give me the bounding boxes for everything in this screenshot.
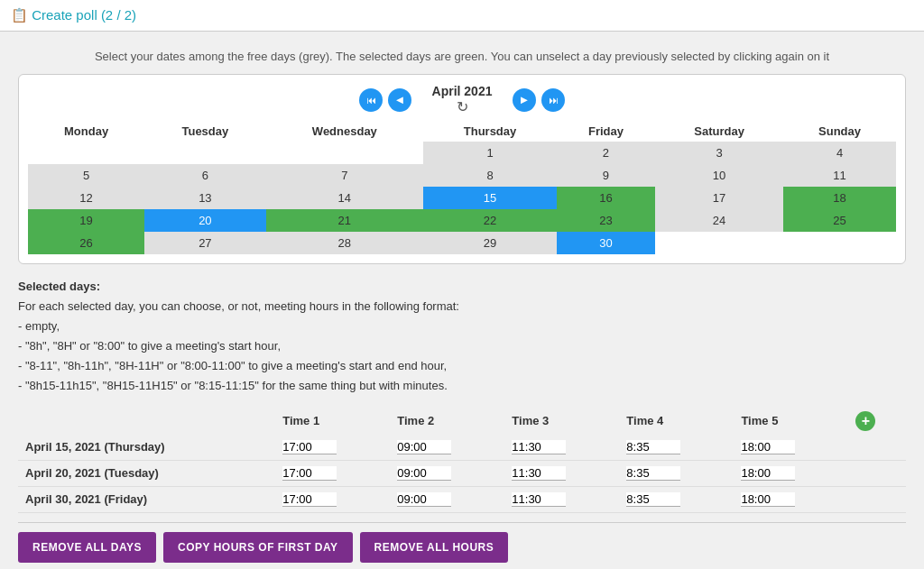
times-row: April 20, 2021 (Tuesday) bbox=[18, 460, 906, 486]
time-input-4[interactable] bbox=[619, 435, 734, 461]
calendar-day[interactable]: 5 bbox=[28, 164, 144, 187]
calendar-day[interactable]: 30 bbox=[557, 232, 655, 254]
calendar-header-friday: Friday bbox=[557, 121, 655, 142]
calendar-day[interactable]: 10 bbox=[655, 164, 783, 187]
calendar-day[interactable]: 12 bbox=[28, 187, 144, 209]
calendar-header-sunday: Sunday bbox=[783, 121, 896, 142]
calendar-day[interactable]: 25 bbox=[783, 209, 896, 232]
calendar-day[interactable]: 2 bbox=[557, 142, 655, 164]
time-input-3[interactable] bbox=[504, 435, 619, 461]
time-input-2[interactable] bbox=[390, 486, 504, 512]
time-field[interactable] bbox=[512, 440, 566, 454]
time-input-5[interactable] bbox=[734, 460, 848, 486]
time-field[interactable] bbox=[512, 492, 566, 507]
calendar-day[interactable]: 18 bbox=[783, 187, 896, 209]
time-field[interactable] bbox=[397, 492, 451, 507]
calendar-header-thursday: Thursday bbox=[423, 121, 557, 142]
calendar-day[interactable]: 7 bbox=[266, 164, 424, 187]
times-header-0 bbox=[18, 408, 275, 435]
calendar-day[interactable]: 15 bbox=[423, 187, 557, 209]
time-field[interactable] bbox=[282, 440, 337, 454]
time-input-1[interactable] bbox=[275, 435, 390, 461]
add-time-column-button[interactable]: + bbox=[855, 411, 875, 431]
calendar-day[interactable]: 27 bbox=[144, 232, 265, 254]
refresh-icon[interactable]: ↻ bbox=[417, 98, 507, 115]
calendar-day[interactable]: 8 bbox=[423, 164, 557, 187]
times-header-5: Time 5 bbox=[734, 408, 848, 435]
calendar-day[interactable]: 13 bbox=[144, 187, 265, 209]
calendar-box: ⏮ ◄ April 2021 ↻ ► ⏭ MondayTuesdayWednes… bbox=[18, 74, 906, 264]
calendar-week-row: 19202122232425 bbox=[28, 209, 896, 232]
time-input-1[interactable] bbox=[275, 460, 390, 486]
time-field[interactable] bbox=[741, 492, 795, 507]
time-input-3[interactable] bbox=[504, 486, 619, 512]
time-field[interactable] bbox=[626, 466, 680, 481]
time-field[interactable] bbox=[282, 492, 337, 507]
calendar-day[interactable]: 1 bbox=[423, 142, 557, 164]
time-field[interactable] bbox=[282, 466, 337, 481]
calendar-day[interactable]: 3 bbox=[655, 142, 783, 164]
time-input-5[interactable] bbox=[734, 486, 848, 512]
remove-all-days-button[interactable]: REMOVE ALL DAYS bbox=[18, 532, 156, 563]
next-year-button[interactable]: ⏭ bbox=[541, 88, 565, 112]
calendar-month-year: April 2021 bbox=[417, 84, 507, 98]
calendar-day[interactable]: 14 bbox=[266, 187, 424, 209]
time-field[interactable] bbox=[626, 440, 680, 454]
calendar-day[interactable]: 29 bbox=[423, 232, 557, 254]
desc-5: - "8h15-11h15", "8H15-11H15" or "8:15-11… bbox=[18, 376, 906, 396]
times-row-extra bbox=[848, 460, 906, 486]
next-month-button[interactable]: ► bbox=[513, 88, 536, 112]
calendar-day[interactable]: 6 bbox=[144, 164, 265, 187]
time-input-4[interactable] bbox=[619, 460, 734, 486]
calendar-header-monday: Monday bbox=[28, 121, 144, 142]
calendar-day[interactable]: 28 bbox=[266, 232, 424, 254]
calendar-day bbox=[28, 142, 144, 164]
time-field[interactable] bbox=[626, 492, 680, 507]
times-header-6[interactable]: + bbox=[848, 408, 906, 435]
time-input-5[interactable] bbox=[734, 435, 848, 461]
calendar-day[interactable]: 19 bbox=[28, 209, 144, 232]
calendar-week-row: 567891011 bbox=[28, 164, 896, 187]
time-field[interactable] bbox=[512, 466, 566, 481]
time-input-3[interactable] bbox=[504, 460, 619, 486]
calendar-day[interactable]: 22 bbox=[423, 209, 557, 232]
calendar-day[interactable]: 16 bbox=[557, 187, 655, 209]
time-input-2[interactable] bbox=[390, 435, 504, 461]
calendar-day[interactable]: 17 bbox=[655, 187, 783, 209]
time-field[interactable] bbox=[397, 440, 451, 454]
page-title-link[interactable]: Create poll (2 / 2) bbox=[32, 7, 136, 23]
calendar-week-row: 2627282930 bbox=[28, 232, 896, 254]
times-row: April 30, 2021 (Friday) bbox=[18, 486, 906, 512]
page-title: 📋 Create poll (2 / 2) bbox=[0, 0, 924, 32]
time-input-4[interactable] bbox=[619, 486, 734, 512]
calendar-day[interactable]: 23 bbox=[557, 209, 655, 232]
desc-4: - "8-11", "8h-11h", "8H-11H" or "8:00-11… bbox=[18, 356, 906, 376]
time-field[interactable] bbox=[741, 466, 795, 481]
copy-hours-button[interactable]: COPY HOURS OF FIRST DAY bbox=[163, 532, 353, 563]
calendar-day[interactable]: 9 bbox=[557, 164, 655, 187]
time-input-2[interactable] bbox=[390, 460, 504, 486]
calendar-day[interactable]: 26 bbox=[28, 232, 144, 254]
selected-days-label: Selected days: bbox=[18, 280, 100, 293]
time-field[interactable] bbox=[397, 466, 451, 481]
calendar-day[interactable]: 20 bbox=[144, 209, 265, 232]
calendar-day[interactable]: 24 bbox=[655, 209, 783, 232]
calendar-day[interactable]: 21 bbox=[266, 209, 424, 232]
calendar-week-row: 12131415161718 bbox=[28, 187, 896, 209]
calendar-day[interactable]: 11 bbox=[783, 164, 896, 187]
divider bbox=[18, 522, 906, 523]
calendar-day[interactable]: 4 bbox=[783, 142, 896, 164]
remove-all-hours-button[interactable]: REMOVE ALL HOURS bbox=[360, 532, 509, 563]
times-day-label: April 15, 2021 (Thursday) bbox=[18, 435, 275, 461]
calendar-day bbox=[655, 232, 783, 254]
calendar-nav: ⏮ ◄ April 2021 ↻ ► ⏭ bbox=[28, 84, 896, 115]
desc-2: - empty, bbox=[18, 317, 906, 336]
prev-month-button[interactable]: ◄ bbox=[388, 88, 411, 112]
times-day-label: April 30, 2021 (Friday) bbox=[18, 486, 275, 512]
times-row-extra bbox=[848, 486, 906, 512]
time-field[interactable] bbox=[741, 440, 795, 454]
calendar-table: MondayTuesdayWednesdayThursdayFridaySatu… bbox=[28, 121, 896, 254]
prev-year-button[interactable]: ⏮ bbox=[359, 88, 383, 112]
times-row-extra bbox=[848, 435, 906, 461]
time-input-1[interactable] bbox=[275, 486, 390, 512]
